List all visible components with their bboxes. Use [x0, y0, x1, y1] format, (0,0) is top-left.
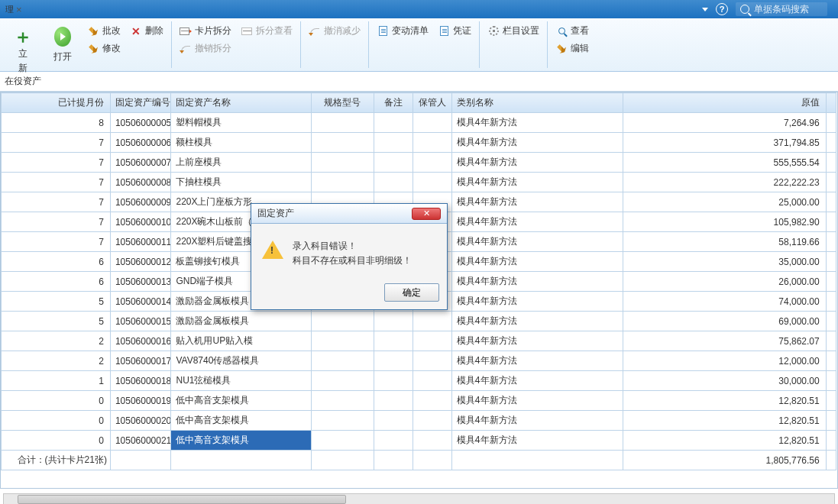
cell-category[interactable]: 模具4年新方法 [451, 252, 623, 272]
cell-remark[interactable] [374, 371, 413, 391]
col-name[interactable]: 固定资产名称 [171, 93, 312, 113]
col-months[interactable]: 已计提月份 [2, 93, 111, 113]
cell-months[interactable]: 2 [2, 331, 111, 351]
cell-code[interactable]: 10506000008 [110, 173, 171, 192]
table-row[interactable]: 010506000019低中高音支架模具模具4年新方法12,820.51 [2, 391, 836, 411]
cell-code[interactable]: 10506000018 [110, 371, 171, 391]
cell-code[interactable]: 10506000009 [110, 192, 171, 212]
cell-name[interactable]: 低中高音支架模具 [171, 431, 312, 451]
cell-remark[interactable] [374, 153, 413, 173]
delete-button[interactable]: ✕ 删除 [130, 24, 163, 37]
cell-category[interactable]: 模具4年新方法 [451, 212, 623, 232]
cell-months[interactable]: 5 [2, 292, 111, 312]
cell-remark[interactable] [374, 411, 413, 431]
cell-keeper[interactable] [413, 153, 451, 173]
cell-keeper[interactable] [413, 173, 451, 192]
cell-category[interactable]: 模具4年新方法 [451, 351, 623, 371]
cell-value[interactable]: 12,820.51 [623, 431, 826, 451]
cell-spec[interactable] [312, 312, 374, 331]
cell-category[interactable]: 模具4年新方法 [451, 371, 623, 391]
cell-spec[interactable] [312, 153, 374, 173]
cell-code[interactable]: 10506000006 [110, 133, 171, 153]
dialog-ok-button[interactable]: 确定 [384, 283, 439, 302]
edit-button[interactable]: 编辑 [555, 42, 589, 55]
cell-spec[interactable] [312, 331, 374, 351]
cell-spec[interactable] [312, 113, 374, 133]
cell-months[interactable]: 7 [2, 192, 111, 212]
cell-keeper[interactable] [413, 351, 451, 371]
cell-name[interactable]: 额柱模具 [171, 133, 312, 153]
cell-months[interactable]: 6 [2, 252, 111, 272]
cell-code[interactable]: 10506000007 [110, 153, 171, 173]
cell-spec[interactable] [312, 411, 374, 431]
cell-code[interactable]: 10506000012 [110, 252, 171, 272]
cell-value[interactable]: 12,820.51 [623, 391, 826, 411]
cell-value[interactable]: 105,982.90 [623, 212, 826, 232]
table-row[interactable]: 810506000005塑料帽模具模具4年新方法7,264.96 [2, 113, 836, 133]
cell-name[interactable]: 贴入机用UP贴入模 [171, 331, 312, 351]
new-big-button[interactable]: ＋ 立 新 [8, 23, 38, 76]
cell-keeper[interactable] [413, 331, 451, 351]
table-row[interactable]: 710506000006额柱模具模具4年新方法371,794.85 [2, 133, 836, 153]
col-category[interactable]: 类别名称 [451, 93, 623, 113]
cell-months[interactable]: 5 [2, 312, 111, 331]
cell-category[interactable]: 模具4年新方法 [451, 391, 623, 411]
cell-code[interactable]: 10506000011 [110, 232, 171, 252]
cell-months[interactable]: 0 [2, 391, 111, 411]
cell-value[interactable]: 12,000.00 [623, 351, 826, 371]
cell-remark[interactable] [374, 331, 413, 351]
cell-months[interactable]: 8 [2, 113, 111, 133]
cell-name[interactable]: 低中高音支架模具 [171, 391, 312, 411]
cell-category[interactable]: 模具4年新方法 [451, 113, 623, 133]
cell-months[interactable]: 7 [2, 212, 111, 232]
cell-months[interactable]: 1 [2, 371, 111, 391]
cell-keeper[interactable] [413, 133, 451, 153]
cell-category[interactable]: 模具4年新方法 [451, 153, 623, 173]
cell-keeper[interactable] [413, 411, 451, 431]
cell-value[interactable]: 371,794.85 [623, 133, 826, 153]
cell-category[interactable]: 模具4年新方法 [451, 133, 623, 153]
cell-remark[interactable] [374, 133, 413, 153]
cell-remark[interactable] [374, 173, 413, 192]
cell-value[interactable]: 7,264.96 [623, 113, 826, 133]
cell-remark[interactable] [374, 431, 413, 451]
col-remark[interactable]: 备注 [374, 93, 413, 113]
cell-code[interactable]: 10506000015 [110, 312, 171, 331]
cell-code[interactable]: 10506000017 [110, 351, 171, 371]
cell-value[interactable]: 35,000.00 [623, 252, 826, 272]
cell-value[interactable]: 222,222.23 [623, 173, 826, 192]
cell-remark[interactable] [374, 113, 413, 133]
cell-code[interactable]: 10506000020 [110, 411, 171, 431]
cell-value[interactable]: 58,119.66 [623, 232, 826, 252]
cell-name[interactable]: 下抽柱模具 [171, 173, 312, 192]
cell-months[interactable]: 2 [2, 351, 111, 371]
dropdown-caret-icon[interactable] [702, 8, 708, 11]
cell-value[interactable]: 69,000.00 [623, 312, 826, 331]
tab-close-icon[interactable]: × [16, 4, 22, 15]
modify-button[interactable]: 修改 [87, 42, 121, 55]
cell-keeper[interactable] [413, 431, 451, 451]
col-value[interactable]: 原值 [623, 93, 826, 113]
cell-value[interactable]: 25,000.00 [623, 192, 826, 212]
cell-spec[interactable] [312, 133, 374, 153]
cell-spec[interactable] [312, 391, 374, 411]
cell-name[interactable]: VAV8740传感器模具 [171, 351, 312, 371]
view-button[interactable]: 查看 [555, 24, 589, 37]
cell-name[interactable]: 上前座模具 [171, 153, 312, 173]
cell-value[interactable]: 74,000.00 [623, 292, 826, 312]
voucher-button[interactable]: 凭证 [438, 24, 471, 37]
cell-months[interactable]: 7 [2, 173, 111, 192]
cell-name[interactable]: NU1弦槌模具 [171, 371, 312, 391]
table-row[interactable]: 210506000017VAV8740传感器模具模具4年新方法12,000.00 [2, 351, 836, 371]
cell-category[interactable]: 模具4年新方法 [451, 232, 623, 252]
cell-value[interactable]: 26,000.00 [623, 272, 826, 292]
cell-months[interactable]: 7 [2, 232, 111, 252]
help-icon[interactable]: ? [716, 3, 728, 15]
cell-spec[interactable] [312, 173, 374, 192]
cell-category[interactable]: 模具4年新方法 [451, 411, 623, 431]
dialog-titlebar[interactable]: 固定资产 ✕ [251, 204, 447, 224]
card-split-button[interactable]: 卡片拆分 [180, 24, 231, 37]
cell-keeper[interactable] [413, 391, 451, 411]
cell-months[interactable]: 0 [2, 431, 111, 451]
table-row[interactable]: 710506000007上前座模具模具4年新方法555,555.54 [2, 153, 836, 173]
